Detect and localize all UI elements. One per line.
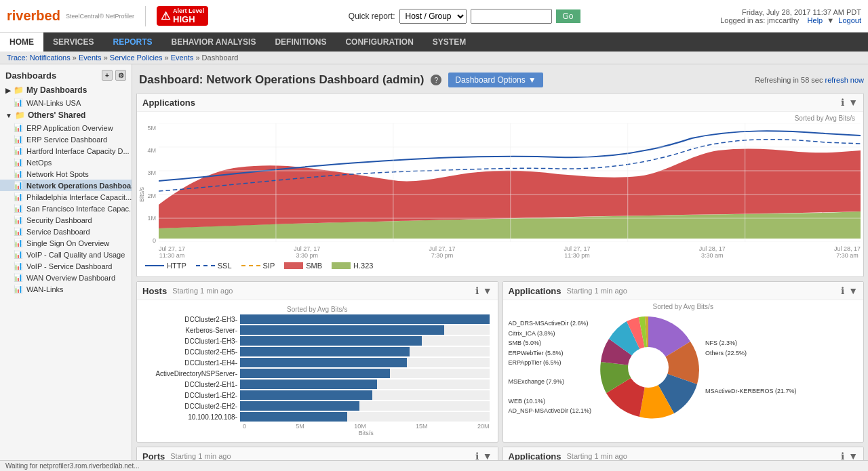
nav-behavior[interactable]: BEHAVIOR ANALYSIS — [161, 33, 265, 52]
sidebar-icon-wan-overview: 📊 — [14, 273, 23, 282]
applications-expand-btn[interactable]: ▼ — [848, 97, 858, 108]
sidebar-icon-sso: 📊 — [14, 239, 23, 247]
x-label-3: Jul 27, 177:30 pm — [429, 245, 455, 259]
bar-label-6: ActiveDirectoryNSPServer- — [145, 370, 240, 377]
pie-left-spacer — [509, 367, 592, 377]
y-label-1m: 1M — [140, 215, 156, 222]
sidebar-label-security: Security Dashboard — [26, 216, 92, 224]
bar-label-2: Kerberos-Server- — [145, 327, 240, 334]
sidebar-item-san-francisco[interactable]: 📊 San Francisco Interface Capac... — [0, 203, 132, 214]
applications-legend: HTTP SSL SIP SMB — [140, 259, 861, 274]
breadcrumb-trace[interactable]: Trace: Notifications — [7, 54, 71, 62]
pie-left-5: ERPAppTier (6.5%) — [509, 358, 592, 367]
sidebar-label-voip-svc: VoIP - Service Dashboard — [26, 262, 112, 270]
hosts-bar-chart: Sorted by Avg Bits/s DCCluster2-EH3- Ker… — [140, 303, 495, 439]
applications-widget-title: Applications — [142, 98, 195, 108]
app-pie-info-btn[interactable]: ℹ — [841, 285, 844, 296]
logout-link[interactable]: Logout — [838, 16, 861, 24]
alert-level-value: HIGH — [173, 14, 204, 24]
sidebar-item-voip-svc[interactable]: 📊 VoIP - Service Dashboard — [0, 260, 132, 272]
bar-track-2 — [240, 325, 490, 335]
bar-row-3: DCCluster1-EH3- — [145, 336, 490, 346]
sidebar-label-service: Service Dashboard — [26, 228, 90, 236]
nav-reports[interactable]: REPORTS — [103, 33, 161, 52]
top-bar: riverbed SteelCentral® NetProfiler ⚠ Ale… — [0, 0, 868, 33]
sidebar-item-hartford[interactable]: 📊 Hartford Interface Capacity D... — [0, 145, 132, 157]
sidebar-item-philadelphia[interactable]: 📊 Philadelphia Interface Capacit... — [0, 191, 132, 203]
sidebar-label-philadelphia: Philadelphia Interface Capacit... — [26, 193, 132, 201]
applications-pie-body: Sorted by Avg Bits/s AD_DRS-MSActiveDir … — [503, 300, 864, 427]
sidebar-settings-btn[interactable]: ⚙ — [115, 70, 126, 81]
sidebar-item-wan-links[interactable]: 📊 WAN-Links — [0, 283, 132, 295]
sidebar-label-netops: NetOps — [26, 159, 52, 167]
nav-configuration[interactable]: CONFIGURATION — [336, 33, 422, 52]
bar-label-8: DCCluster1-EH2- — [145, 392, 240, 399]
bar-track-8 — [240, 390, 490, 400]
dashboard-info-icon[interactable]: ? — [431, 75, 441, 85]
sidebar-item-service[interactable]: 📊 Service Dashboard — [0, 226, 132, 237]
svg-point-11 — [628, 347, 669, 388]
ports-widget-subtitle: Starting 1 min ago — [170, 452, 231, 460]
x-tick-15m: 15M — [416, 423, 428, 430]
legend-smb: SMB — [284, 262, 322, 270]
sidebar-item-net-ops-dash[interactable]: 📊 Network Operations Dashboa... — [0, 180, 132, 191]
hosts-widget-controls: ℹ ▼ — [475, 285, 492, 296]
sidebar-item-wan-overview[interactable]: 📊 WAN Overview Dashboard — [0, 272, 132, 283]
quick-report-select[interactable]: Host / Group Application Interface — [399, 9, 467, 24]
nav-services[interactable]: SERVICES — [43, 33, 103, 52]
sidebar-label-erp-svc: ERP Service Dashboard — [26, 136, 107, 144]
sidebar-icon-erp-app: 📊 — [14, 123, 23, 132]
app-pie-expand-btn[interactable]: ▼ — [848, 285, 858, 296]
go-button[interactable]: Go — [556, 9, 580, 23]
sidebar-group-others-shared[interactable]: ▼ 📁 Others' Shared — [0, 108, 132, 122]
x-tick-10m: 10M — [354, 423, 366, 430]
legend-ssl-label: SSL — [218, 262, 232, 270]
top-right-info: Friday, July 28, 2017 11:37 AM PDT Logge… — [720, 8, 861, 24]
hosts-expand-btn[interactable]: ▼ — [483, 285, 492, 296]
hosts-x-unit: Bits/s — [145, 430, 490, 439]
breadcrumb-events1[interactable]: Events — [79, 54, 102, 62]
sidebar-item-erp-svc[interactable]: 📊 ERP Service Dashboard — [0, 134, 132, 145]
x-tick-0: 0 — [243, 423, 246, 430]
help-link[interactable]: Help — [808, 16, 823, 24]
pie-sorted-label: Sorted by Avg Bits/s — [506, 303, 861, 310]
applications-info-btn[interactable]: ℹ — [841, 97, 844, 108]
sidebar-item-wan-links-usa[interactable]: 📊 WAN-Links USA — [0, 97, 132, 108]
x-tick-20m: 20M — [477, 423, 490, 430]
sidebar-item-netops[interactable]: 📊 NetOps — [0, 157, 132, 168]
quick-report-input[interactable] — [471, 9, 552, 24]
bar-track-3 — [240, 336, 490, 346]
dashboard-options-button[interactable]: Dashboard Options ▼ — [448, 73, 542, 87]
sidebar-group-my-dashboards[interactable]: ▶ 📁 My Dashboards — [0, 83, 132, 97]
applications-pie-subtitle: Starting 1 min ago — [567, 287, 627, 295]
breadcrumb-policies[interactable]: Service Policies — [110, 54, 163, 62]
sidebar-label-erp-app: ERP Application Overview — [26, 124, 113, 132]
bar-track-10 — [240, 412, 490, 422]
sidebar-item-sso[interactable]: 📊 Single Sign On Overview — [0, 237, 132, 249]
nav-system[interactable]: SYSTEM — [423, 33, 475, 52]
bar-row-2: Kerberos-Server- — [145, 325, 490, 335]
x-label-5: Jul 28, 173:30 am — [699, 245, 726, 259]
sidebar-label-net-ops-dash: Network Operations Dashboa... — [26, 182, 132, 190]
sidebar-group-icon-others: 📁 — [15, 110, 25, 120]
refresh-now-link[interactable]: refresh now — [825, 76, 864, 84]
nav-definitions[interactable]: DEFINITIONS — [265, 33, 336, 52]
sidebar-label-sso: Single Sign On Overview — [26, 239, 109, 247]
sidebar-item-security[interactable]: 📊 Security Dashboard — [0, 214, 132, 226]
nav-bar: HOME SERVICES REPORTS BEHAVIOR ANALYSIS … — [0, 33, 868, 52]
dashboard-options-label: Dashboard Options — [455, 75, 525, 85]
sidebar-item-voip-cq[interactable]: 📊 VoIP - Call Quality and Usage — [0, 249, 132, 260]
sidebar-add-btn[interactable]: + — [102, 70, 113, 81]
quick-report-section: Quick report: Host / Group Application I… — [349, 9, 580, 24]
bar-row-10: 10.100.120.108- — [145, 412, 490, 422]
dashboard-options-chevron: ▼ — [528, 75, 536, 85]
breadcrumb-events2[interactable]: Events — [171, 54, 194, 62]
sidebar-item-erp-app[interactable]: 📊 ERP Application Overview — [0, 122, 132, 134]
sidebar-item-hotspots[interactable]: 📊 Network Hot Spots — [0, 168, 132, 180]
bar-fill-10 — [240, 412, 347, 422]
hosts-info-btn[interactable]: ℹ — [475, 285, 479, 296]
y-label-3m: 3M — [140, 169, 156, 176]
nav-home[interactable]: HOME — [0, 33, 43, 52]
sidebar: Dashboards + ⚙ ▶ 📁 My Dashboards 📊 WAN-L… — [0, 64, 132, 471]
bar-track-4 — [240, 347, 490, 356]
